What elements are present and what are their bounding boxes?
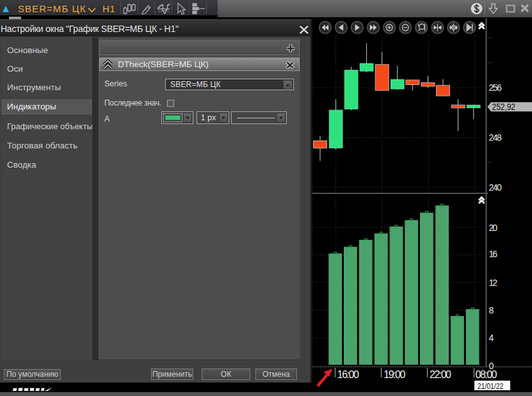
svg-text:16: 16 — [489, 249, 498, 259]
svg-text:240: 240 — [489, 182, 503, 193]
svg-text:19:00: 19:00 — [383, 369, 405, 380]
svg-text:252,92: 252,92 — [492, 101, 516, 112]
svg-text:256: 256 — [489, 83, 503, 93]
svg-text:08:00: 08:00 — [476, 369, 497, 380]
svg-text:21/01/22: 21/01/22 — [478, 381, 504, 391]
svg-text:4: 4 — [489, 333, 494, 343]
svg-text:248: 248 — [489, 132, 503, 143]
svg-text:20: 20 — [489, 223, 498, 233]
svg-text:16:00: 16:00 — [337, 369, 359, 380]
svg-text:8: 8 — [489, 305, 494, 315]
svg-text:12: 12 — [489, 278, 498, 288]
svg-text:22:00: 22:00 — [430, 369, 451, 380]
